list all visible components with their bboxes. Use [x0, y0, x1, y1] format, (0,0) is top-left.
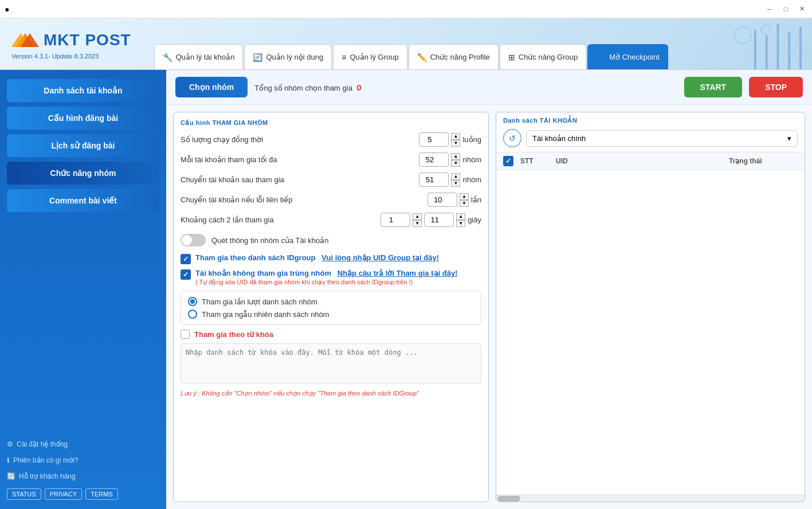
version-text: Version 4.3.1- Update 8.3.2023	[11, 53, 131, 60]
radio-ngau-nhien-btn[interactable]	[188, 310, 197, 319]
topbar: Chọn nhóm Tổng số nhóm chọn tham gia 0 S…	[166, 70, 812, 105]
tong-so-value: 0	[356, 83, 361, 92]
account-toolbar: ↺ Tài khoản chính ▾	[496, 124, 805, 152]
khoang-cach-value1-input[interactable]	[380, 213, 410, 227]
chuyen-sau-input[interactable]	[419, 173, 449, 187]
tab-quan-ly-group[interactable]: ≡ Quản lý Group	[333, 44, 407, 69]
chuyen-sau-down[interactable]: ▼	[451, 180, 460, 187]
config-value-so-luong: ▲ ▼ luồng	[419, 132, 481, 147]
tab-chuc-nang-profile[interactable]: ✏️ Chức năng Profile	[409, 44, 499, 69]
stop-button[interactable]: STOP	[749, 77, 803, 97]
config-row-chuyen-neu-loi: Chuyển tài khoản nếu lỗi liên tiếp ▲ ▼ l…	[181, 193, 481, 207]
idgroup-link[interactable]: Vui lòng nhập UID Group tại đây!	[321, 253, 439, 262]
khoang-cach-v2-spinner[interactable]: ▲ ▼	[456, 213, 465, 227]
svg-point-10	[776, 30, 799, 53]
sidebar-item-cau-hinh-dang-bai[interactable]: Cấu hình đăng bài	[7, 107, 159, 130]
chuyen-sau-spinner[interactable]: ▲ ▼	[451, 173, 460, 187]
account-type-select[interactable]: Tài khoản chính ▾	[526, 130, 798, 147]
config-row-khoang-cach: Khoảng cách 2 lần tham gia ▲ ▼ ▲ ▼ giây	[181, 213, 481, 227]
sidebar-item-chuc-nang-nhom[interactable]: Chức năng nhóm	[7, 162, 159, 185]
scrollbar-thumb[interactable]	[497, 496, 520, 502]
close-button[interactable]: ✕	[796, 3, 807, 15]
minimize-button[interactable]: ─	[764, 3, 775, 15]
moi-tai-khoan-input[interactable]	[419, 152, 449, 167]
account-panel: Danh sách TÀI KHOẢN ↺ Tài khoản chính ▾ …	[496, 112, 805, 502]
tab-chuc-nang-group[interactable]: ⊞ Chức năng Group	[500, 44, 586, 69]
checkbox-row-idgroup: ✓ Tham gia theo danh sách IDgroup Vui lò…	[181, 253, 481, 264]
svg-line-12	[725, 24, 799, 58]
config-area: Cấu hình THAM GIA NHÓM Số lượng chạy đồn…	[166, 105, 812, 509]
keyword-textarea[interactable]	[181, 343, 481, 383]
radio-ngau-nhien[interactable]: Tham gia ngẫu nhiên danh sách nhóm	[188, 310, 474, 319]
sidebar-phien-ban[interactable]: ℹ Phiên bản có gì mới?	[7, 454, 159, 467]
moi-tai-khoan-spinner[interactable]: ▲ ▼	[451, 153, 460, 167]
sidebar-cai-dat[interactable]: ⚙ Cài đặt hệ thống	[7, 438, 159, 451]
window-controls: ─ □ ✕	[764, 3, 807, 15]
kc-v1-down[interactable]: ▼	[413, 220, 422, 227]
account-table-header: ✓ STT UID Trạng thái	[496, 152, 805, 170]
main-layout: Danh sách tài khoản Cấu hình đăng bài Lị…	[0, 70, 812, 509]
chuyen-neu-loi-down[interactable]: ▼	[460, 200, 469, 207]
status-badge[interactable]: STATUS	[7, 488, 41, 500]
moi-tai-khoan-up[interactable]: ▲	[451, 153, 460, 160]
sidebar: Danh sách tài khoản Cấu hình đăng bài Lị…	[0, 70, 166, 509]
gear-icon: ⚙	[7, 440, 13, 448]
radio-lan-luot[interactable]: Tham gia lần lượt danh sách nhóm	[188, 297, 474, 306]
idgroup-checkbox[interactable]: ✓	[181, 254, 191, 264]
moi-tai-khoan-down[interactable]: ▼	[451, 160, 460, 167]
nav-tabs: 🔧 Quản lý tài khoản 🔄 Quản lý nội dung ≡…	[154, 18, 668, 69]
support-icon: 🔄	[7, 472, 15, 480]
chuyen-neu-loi-up[interactable]: ▲	[460, 193, 469, 200]
kc-v2-down[interactable]: ▼	[456, 220, 465, 227]
kc-v1-up[interactable]: ▲	[413, 213, 422, 220]
trung-nhom-checkbox[interactable]: ✓	[181, 269, 191, 280]
tham-gia-link[interactable]: Nhập câu trả lời Tham gia tại đây!	[338, 269, 458, 277]
note-text: Lưu ý : Không cần "Chọn nhóm" nếu chọn c…	[181, 385, 481, 402]
tab-mo-checkpoint[interactable]: 👤 Mở Checkpoint	[587, 44, 668, 69]
so-luong-up[interactable]: ▲	[451, 133, 460, 140]
khoang-cach-v1-spinner[interactable]: ▲ ▼	[413, 213, 422, 227]
checkmark-icon: ✓	[183, 255, 189, 263]
radio-lan-luot-btn[interactable]	[188, 297, 197, 306]
checkbox-row-trung-nhom: ✓ Tài khoản không tham gia trùng nhóm Nh…	[181, 269, 481, 286]
svg-rect-6	[788, 33, 790, 69]
sidebar-item-danh-sach-tai-khoan[interactable]: Danh sách tài khoản	[7, 79, 159, 102]
so-luong-input[interactable]	[419, 132, 449, 147]
refresh-button[interactable]: ↺	[503, 129, 521, 147]
start-button[interactable]: START	[684, 77, 743, 97]
so-luong-down[interactable]: ▼	[451, 140, 460, 147]
keyword-checkbox[interactable]	[181, 330, 190, 339]
so-luong-spinner[interactable]: ▲ ▼	[451, 133, 460, 147]
config-value-khoang-cach: ▲ ▼ ▲ ▼ giây	[380, 213, 481, 227]
chon-nhom-button[interactable]: Chọn nhóm	[175, 77, 248, 97]
config-row-moi-tai-khoan: Mỗi tài khoản tham gia tối đa ▲ ▼ nhóm	[181, 152, 481, 167]
tab-quan-ly-tai-khoan[interactable]: 🔧 Quản lý tài khoản	[154, 44, 244, 69]
privacy-badge[interactable]: PRIVACY	[45, 488, 82, 500]
checkbox-content-trung-nhom: Tài khoản không tham gia trùng nhóm Nhập…	[195, 269, 481, 286]
info-icon: ℹ	[7, 456, 10, 464]
maximize-button[interactable]: □	[780, 3, 791, 15]
chuyen-neu-loi-spinner[interactable]: ▲ ▼	[460, 193, 469, 207]
toggle-row: Quét thông tin nhóm của Tài khoản	[181, 234, 481, 246]
kc-v2-up[interactable]: ▲	[456, 213, 465, 220]
khoang-cach-value2-input[interactable]	[424, 213, 454, 227]
chuyen-neu-loi-input[interactable]	[427, 193, 457, 207]
list-icon: ≡	[342, 53, 346, 62]
tab-quan-ly-noi-dung[interactable]: 🔄 Quản lý nội dung	[244, 44, 332, 69]
sidebar-item-comment-bai-viet[interactable]: Comment bài viết	[7, 189, 159, 212]
select-all-checkbox[interactable]: ✓	[503, 156, 513, 166]
config-panel-title: Cấu hình THAM GIA NHÓM	[181, 119, 481, 127]
terms-badge[interactable]: TERMS	[85, 488, 118, 500]
config-value-moi-tai-khoan: ▲ ▼ nhóm	[419, 152, 481, 167]
content: Chọn nhóm Tổng số nhóm chọn tham gia 0 S…	[166, 70, 812, 509]
radio-dot	[190, 299, 195, 304]
sidebar-item-lich-su-dang-bai[interactable]: Lịch sử đăng bài	[7, 134, 159, 157]
footer-badges: STATUS PRIVACY TERMS	[7, 488, 159, 500]
svg-rect-5	[776, 24, 779, 69]
sidebar-ho-tro[interactable]: 🔄 Hỗ trợ khách hàng	[7, 470, 159, 483]
account-scrollbar[interactable]	[496, 495, 805, 502]
quet-thong-tin-toggle[interactable]	[181, 234, 206, 246]
chuyen-sau-up[interactable]: ▲	[451, 173, 460, 180]
titlebar: ● ─ □ ✕	[0, 0, 812, 18]
logo-area: MKT POST Version 4.3.1- Update 8.3.2023	[11, 29, 131, 60]
